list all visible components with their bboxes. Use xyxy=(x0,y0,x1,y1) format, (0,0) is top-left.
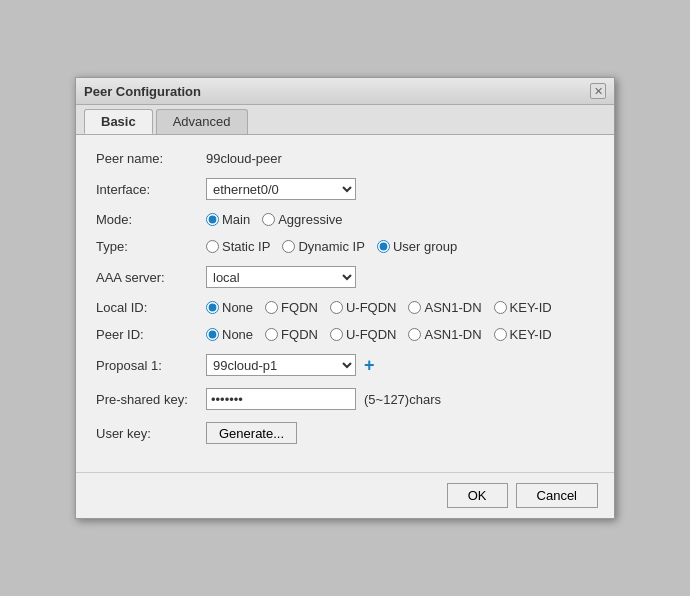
aaa-server-row: AAA server: local xyxy=(96,266,594,288)
chars-hint: (5~127)chars xyxy=(364,392,441,407)
peer-id-asn1dn-radio[interactable] xyxy=(408,328,421,341)
peer-id-none-radio[interactable] xyxy=(206,328,219,341)
mode-aggressive-label: Aggressive xyxy=(278,212,342,227)
aaa-server-select[interactable]: local xyxy=(206,266,356,288)
proposal-row: Proposal 1: 99cloud-p1 + xyxy=(96,354,594,376)
local-id-ufqdn-radio[interactable] xyxy=(330,301,343,314)
peer-id-asn1dn-option[interactable]: ASN1-DN xyxy=(408,327,481,342)
type-static-ip-radio[interactable] xyxy=(206,240,219,253)
local-id-keyid-radio[interactable] xyxy=(494,301,507,314)
local-id-asn1dn-radio[interactable] xyxy=(408,301,421,314)
local-id-label: Local ID: xyxy=(96,300,206,315)
local-id-keyid-option[interactable]: KEY-ID xyxy=(494,300,552,315)
local-id-row: Local ID: None FQDN U-FQDN ASN1-DN xyxy=(96,300,594,315)
tab-basic[interactable]: Basic xyxy=(84,109,153,134)
peer-id-keyid-label: KEY-ID xyxy=(510,327,552,342)
local-id-none-label: None xyxy=(222,300,253,315)
tab-advanced[interactable]: Advanced xyxy=(156,109,248,134)
user-key-label: User key: xyxy=(96,426,206,441)
cancel-button[interactable]: Cancel xyxy=(516,483,598,508)
mode-label: Mode: xyxy=(96,212,206,227)
peer-id-fqdn-radio[interactable] xyxy=(265,328,278,341)
user-key-row: User key: Generate... xyxy=(96,422,594,444)
peer-id-fqdn-option[interactable]: FQDN xyxy=(265,327,318,342)
interface-label: Interface: xyxy=(96,182,206,197)
local-id-radio-group: None FQDN U-FQDN ASN1-DN KEY-ID xyxy=(206,300,552,315)
local-id-keyid-label: KEY-ID xyxy=(510,300,552,315)
dialog-title: Peer Configuration xyxy=(84,84,201,99)
type-label: Type: xyxy=(96,239,206,254)
mode-aggressive-option[interactable]: Aggressive xyxy=(262,212,342,227)
interface-row: Interface: ethernet0/0 xyxy=(96,178,594,200)
preshared-key-label: Pre-shared key: xyxy=(96,392,206,407)
peer-id-none-label: None xyxy=(222,327,253,342)
mode-main-option[interactable]: Main xyxy=(206,212,250,227)
local-id-asn1dn-label: ASN1-DN xyxy=(424,300,481,315)
proposal-select[interactable]: 99cloud-p1 xyxy=(206,354,356,376)
type-row: Type: Static IP Dynamic IP User group xyxy=(96,239,594,254)
local-id-asn1dn-option[interactable]: ASN1-DN xyxy=(408,300,481,315)
type-user-group-option[interactable]: User group xyxy=(377,239,457,254)
peer-name-value: 99cloud-peer xyxy=(206,151,282,166)
add-proposal-button[interactable]: + xyxy=(364,356,375,374)
aaa-server-label: AAA server: xyxy=(96,270,206,285)
local-id-ufqdn-option[interactable]: U-FQDN xyxy=(330,300,397,315)
peer-id-keyid-option[interactable]: KEY-ID xyxy=(494,327,552,342)
peer-id-ufqdn-option[interactable]: U-FQDN xyxy=(330,327,397,342)
local-id-fqdn-label: FQDN xyxy=(281,300,318,315)
local-id-none-option[interactable]: None xyxy=(206,300,253,315)
type-dynamic-ip-label: Dynamic IP xyxy=(298,239,364,254)
mode-main-label: Main xyxy=(222,212,250,227)
local-id-ufqdn-label: U-FQDN xyxy=(346,300,397,315)
peer-name-label: Peer name: xyxy=(96,151,206,166)
form-content: Peer name: 99cloud-peer Interface: ether… xyxy=(76,135,614,472)
interface-select[interactable]: ethernet0/0 xyxy=(206,178,356,200)
generate-button[interactable]: Generate... xyxy=(206,422,297,444)
preshared-key-input[interactable] xyxy=(206,388,356,410)
peer-id-row: Peer ID: None FQDN U-FQDN ASN1-DN xyxy=(96,327,594,342)
tab-bar: Basic Advanced xyxy=(76,105,614,135)
mode-radio-group: Main Aggressive xyxy=(206,212,343,227)
dialog-footer: OK Cancel xyxy=(76,472,614,518)
peer-id-keyid-radio[interactable] xyxy=(494,328,507,341)
peer-id-ufqdn-label: U-FQDN xyxy=(346,327,397,342)
peer-id-fqdn-label: FQDN xyxy=(281,327,318,342)
local-id-fqdn-option[interactable]: FQDN xyxy=(265,300,318,315)
mode-row: Mode: Main Aggressive xyxy=(96,212,594,227)
preshared-key-row: Pre-shared key: (5~127)chars xyxy=(96,388,594,410)
peer-id-asn1dn-label: ASN1-DN xyxy=(424,327,481,342)
local-id-fqdn-radio[interactable] xyxy=(265,301,278,314)
close-button[interactable]: ✕ xyxy=(590,83,606,99)
type-dynamic-ip-radio[interactable] xyxy=(282,240,295,253)
proposal-label: Proposal 1: xyxy=(96,358,206,373)
title-bar: Peer Configuration ✕ xyxy=(76,78,614,105)
peer-configuration-dialog: Peer Configuration ✕ Basic Advanced Peer… xyxy=(75,77,615,519)
local-id-none-radio[interactable] xyxy=(206,301,219,314)
peer-id-ufqdn-radio[interactable] xyxy=(330,328,343,341)
mode-aggressive-radio[interactable] xyxy=(262,213,275,226)
type-static-ip-option[interactable]: Static IP xyxy=(206,239,270,254)
peer-id-label: Peer ID: xyxy=(96,327,206,342)
peer-name-row: Peer name: 99cloud-peer xyxy=(96,151,594,166)
type-dynamic-ip-option[interactable]: Dynamic IP xyxy=(282,239,364,254)
type-radio-group: Static IP Dynamic IP User group xyxy=(206,239,457,254)
type-static-ip-label: Static IP xyxy=(222,239,270,254)
type-user-group-label: User group xyxy=(393,239,457,254)
ok-button[interactable]: OK xyxy=(447,483,508,508)
peer-id-none-option[interactable]: None xyxy=(206,327,253,342)
type-user-group-radio[interactable] xyxy=(377,240,390,253)
mode-main-radio[interactable] xyxy=(206,213,219,226)
peer-id-radio-group: None FQDN U-FQDN ASN1-DN KEY-ID xyxy=(206,327,552,342)
